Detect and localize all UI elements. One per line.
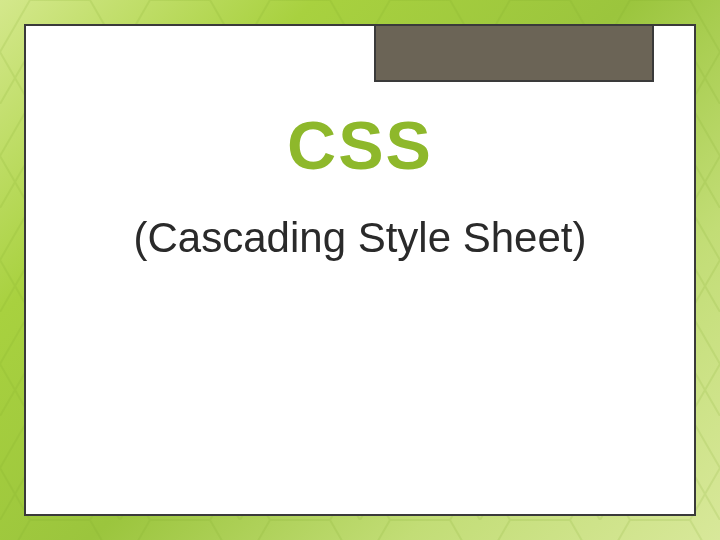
slide-subtitle: (Cascading Style Sheet)	[66, 214, 654, 262]
slide-frame: CSS (Cascading Style Sheet)	[24, 24, 696, 516]
slide-title: CSS	[66, 106, 654, 184]
accent-box	[374, 24, 654, 82]
